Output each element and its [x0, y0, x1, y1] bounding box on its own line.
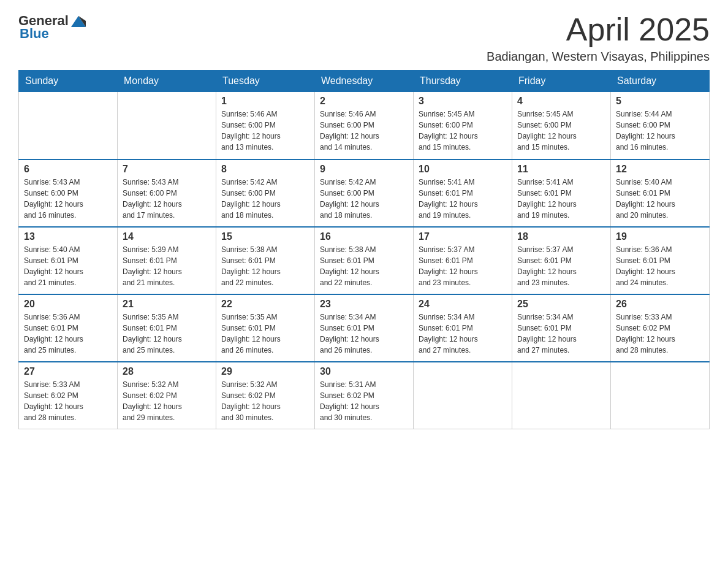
weekday-header-friday: Friday: [512, 71, 611, 92]
day-info: Sunrise: 5:35 AM Sunset: 6:01 PM Dayligh…: [123, 312, 211, 356]
day-number: 4: [517, 96, 605, 107]
day-info: Sunrise: 5:40 AM Sunset: 6:01 PM Dayligh…: [24, 244, 112, 288]
day-number: 16: [320, 231, 408, 242]
day-number: 20: [24, 299, 112, 310]
calendar-cell: 7Sunrise: 5:43 AM Sunset: 6:00 PM Daylig…: [118, 159, 216, 227]
calendar-cell: 17Sunrise: 5:37 AM Sunset: 6:01 PM Dayli…: [414, 227, 512, 294]
day-number: 18: [517, 231, 605, 242]
day-number: 5: [616, 96, 704, 107]
calendar-cell: [414, 362, 512, 429]
calendar-cell: [611, 362, 710, 429]
day-number: 24: [419, 299, 507, 310]
day-number: 11: [517, 164, 605, 175]
day-number: 26: [616, 299, 704, 310]
calendar-cell: 23Sunrise: 5:34 AM Sunset: 6:01 PM Dayli…: [315, 294, 414, 362]
calendar-week-row: 27Sunrise: 5:33 AM Sunset: 6:02 PM Dayli…: [19, 362, 710, 429]
day-info: Sunrise: 5:34 AM Sunset: 6:01 PM Dayligh…: [320, 312, 408, 356]
day-info: Sunrise: 5:33 AM Sunset: 6:02 PM Dayligh…: [24, 379, 112, 423]
day-info: Sunrise: 5:35 AM Sunset: 6:01 PM Dayligh…: [221, 312, 309, 356]
calendar-cell: 20Sunrise: 5:36 AM Sunset: 6:01 PM Dayli…: [19, 294, 118, 362]
day-info: Sunrise: 5:36 AM Sunset: 6:01 PM Dayligh…: [616, 244, 704, 288]
calendar-cell: 13Sunrise: 5:40 AM Sunset: 6:01 PM Dayli…: [19, 227, 118, 294]
calendar-cell: 19Sunrise: 5:36 AM Sunset: 6:01 PM Dayli…: [611, 227, 710, 294]
day-info: Sunrise: 5:32 AM Sunset: 6:02 PM Dayligh…: [123, 379, 211, 423]
calendar-cell: 5Sunrise: 5:44 AM Sunset: 6:00 PM Daylig…: [611, 92, 710, 159]
day-info: Sunrise: 5:42 AM Sunset: 6:00 PM Dayligh…: [320, 177, 408, 221]
day-info: Sunrise: 5:45 AM Sunset: 6:00 PM Dayligh…: [517, 109, 605, 153]
calendar-cell: [512, 362, 611, 429]
day-info: Sunrise: 5:41 AM Sunset: 6:01 PM Dayligh…: [419, 177, 507, 221]
day-number: 25: [517, 299, 605, 310]
day-info: Sunrise: 5:45 AM Sunset: 6:00 PM Dayligh…: [419, 109, 507, 153]
calendar-week-row: 13Sunrise: 5:40 AM Sunset: 6:01 PM Dayli…: [19, 227, 710, 294]
day-info: Sunrise: 5:32 AM Sunset: 6:02 PM Dayligh…: [221, 379, 309, 423]
day-info: Sunrise: 5:38 AM Sunset: 6:01 PM Dayligh…: [221, 244, 309, 288]
calendar-cell: 27Sunrise: 5:33 AM Sunset: 6:02 PM Dayli…: [19, 362, 118, 429]
day-info: Sunrise: 5:38 AM Sunset: 6:01 PM Dayligh…: [320, 244, 408, 288]
calendar-cell: 14Sunrise: 5:39 AM Sunset: 6:01 PM Dayli…: [118, 227, 216, 294]
calendar-cell: 12Sunrise: 5:40 AM Sunset: 6:01 PM Dayli…: [611, 159, 710, 227]
day-info: Sunrise: 5:37 AM Sunset: 6:01 PM Dayligh…: [517, 244, 605, 288]
calendar-cell: 28Sunrise: 5:32 AM Sunset: 6:02 PM Dayli…: [118, 362, 216, 429]
weekday-header-sunday: Sunday: [19, 71, 118, 92]
day-number: 30: [320, 366, 408, 377]
day-number: 9: [320, 164, 408, 175]
day-number: 10: [419, 164, 507, 175]
day-info: Sunrise: 5:42 AM Sunset: 6:00 PM Dayligh…: [221, 177, 309, 221]
day-number: 17: [419, 231, 507, 242]
calendar-cell: 1Sunrise: 5:46 AM Sunset: 6:00 PM Daylig…: [216, 92, 315, 159]
day-number: 28: [123, 366, 211, 377]
day-number: 14: [123, 231, 211, 242]
day-number: 2: [320, 96, 408, 107]
day-info: Sunrise: 5:41 AM Sunset: 6:01 PM Dayligh…: [517, 177, 605, 221]
calendar-cell: 22Sunrise: 5:35 AM Sunset: 6:01 PM Dayli…: [216, 294, 315, 362]
calendar-cell: 6Sunrise: 5:43 AM Sunset: 6:00 PM Daylig…: [19, 159, 118, 227]
calendar-cell: 30Sunrise: 5:31 AM Sunset: 6:02 PM Dayli…: [315, 362, 414, 429]
calendar-cell: 16Sunrise: 5:38 AM Sunset: 6:01 PM Dayli…: [315, 227, 414, 294]
day-number: 27: [24, 366, 112, 377]
title-section: April 2025 Badiangan, Western Visayas, P…: [487, 12, 710, 64]
day-info: Sunrise: 5:46 AM Sunset: 6:00 PM Dayligh…: [221, 109, 309, 153]
calendar-cell: 21Sunrise: 5:35 AM Sunset: 6:01 PM Dayli…: [118, 294, 216, 362]
calendar-cell: 15Sunrise: 5:38 AM Sunset: 6:01 PM Dayli…: [216, 227, 315, 294]
day-info: Sunrise: 5:31 AM Sunset: 6:02 PM Dayligh…: [320, 379, 408, 423]
calendar-cell: 24Sunrise: 5:34 AM Sunset: 6:01 PM Dayli…: [414, 294, 512, 362]
day-number: 3: [419, 96, 507, 107]
day-info: Sunrise: 5:37 AM Sunset: 6:01 PM Dayligh…: [419, 244, 507, 288]
calendar-cell: 9Sunrise: 5:42 AM Sunset: 6:00 PM Daylig…: [315, 159, 414, 227]
location-title: Badiangan, Western Visayas, Philippines: [487, 50, 710, 64]
calendar-cell: 2Sunrise: 5:46 AM Sunset: 6:00 PM Daylig…: [315, 92, 414, 159]
day-info: Sunrise: 5:34 AM Sunset: 6:01 PM Dayligh…: [419, 312, 507, 356]
day-info: Sunrise: 5:43 AM Sunset: 6:00 PM Dayligh…: [123, 177, 211, 221]
day-info: Sunrise: 5:40 AM Sunset: 6:01 PM Dayligh…: [616, 177, 704, 221]
day-number: 13: [24, 231, 112, 242]
day-number: 29: [221, 366, 309, 377]
day-info: Sunrise: 5:39 AM Sunset: 6:01 PM Dayligh…: [123, 244, 211, 288]
day-number: 15: [221, 231, 309, 242]
weekday-header-wednesday: Wednesday: [315, 71, 414, 92]
calendar-header-row: SundayMondayTuesdayWednesdayThursdayFrid…: [19, 71, 710, 92]
calendar-cell: 25Sunrise: 5:34 AM Sunset: 6:01 PM Dayli…: [512, 294, 611, 362]
calendar-cell: 11Sunrise: 5:41 AM Sunset: 6:01 PM Dayli…: [512, 159, 611, 227]
day-number: 22: [221, 299, 309, 310]
calendar-cell: 29Sunrise: 5:32 AM Sunset: 6:02 PM Dayli…: [216, 362, 315, 429]
logo-icon: [70, 12, 87, 29]
day-number: 8: [221, 164, 309, 175]
day-info: Sunrise: 5:43 AM Sunset: 6:00 PM Dayligh…: [24, 177, 112, 221]
day-info: Sunrise: 5:34 AM Sunset: 6:01 PM Dayligh…: [517, 312, 605, 356]
day-info: Sunrise: 5:33 AM Sunset: 6:02 PM Dayligh…: [616, 312, 704, 356]
calendar-cell: [19, 92, 118, 159]
calendar-cell: 4Sunrise: 5:45 AM Sunset: 6:00 PM Daylig…: [512, 92, 611, 159]
month-title: April 2025: [487, 12, 710, 47]
calendar-cell: [118, 92, 216, 159]
calendar-week-row: 20Sunrise: 5:36 AM Sunset: 6:01 PM Dayli…: [19, 294, 710, 362]
day-number: 12: [616, 164, 704, 175]
weekday-header-thursday: Thursday: [414, 71, 512, 92]
weekday-header-monday: Monday: [118, 71, 216, 92]
weekday-header-tuesday: Tuesday: [216, 71, 315, 92]
calendar-cell: 26Sunrise: 5:33 AM Sunset: 6:02 PM Dayli…: [611, 294, 710, 362]
day-info: Sunrise: 5:46 AM Sunset: 6:00 PM Dayligh…: [320, 109, 408, 153]
day-number: 23: [320, 299, 408, 310]
page-header: General Blue April 2025 Badiangan, Weste…: [18, 12, 710, 64]
calendar-cell: 3Sunrise: 5:45 AM Sunset: 6:00 PM Daylig…: [414, 92, 512, 159]
